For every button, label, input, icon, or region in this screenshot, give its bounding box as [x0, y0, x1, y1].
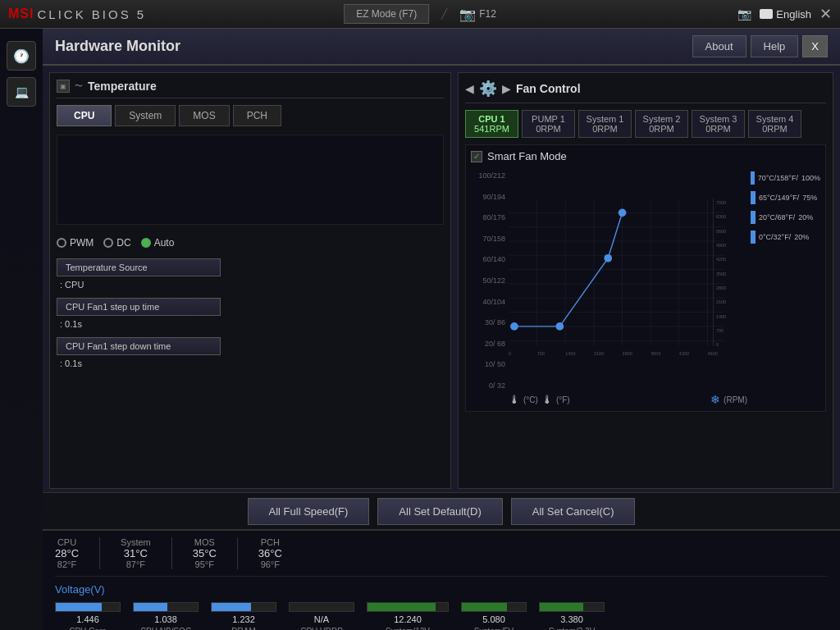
all-set-default-button[interactable]: All Set Default(D) — [377, 498, 502, 525]
svg-text:1400: 1400 — [716, 314, 726, 319]
fan-system4-button[interactable]: System 4 0RPM — [748, 110, 801, 138]
svg-text:2800: 2800 — [716, 285, 726, 290]
sidebar-cpu-icon[interactable]: 💻 — [7, 77, 36, 107]
voltage-cpu-nb-soc: 1.038 CPU NB/SOC — [133, 602, 199, 630]
svg-text:1400: 1400 — [565, 351, 575, 356]
all-full-speed-button[interactable]: All Full Speed(F) — [248, 498, 370, 525]
left-sidebar: 🕐 💻 — [0, 29, 43, 630]
temp-source-button[interactable]: Temperature Source — [57, 258, 221, 276]
voltage-dram: 1.232 DRAM — [211, 602, 276, 630]
step-down-value: : 0.1s — [57, 358, 444, 368]
step-down-button[interactable]: CPU Fan1 step down time — [57, 337, 221, 355]
svg-text:5600: 5600 — [716, 229, 726, 234]
lang-label: English — [776, 8, 811, 21]
bios-title: CLICK BIOS 5 — [37, 7, 146, 21]
svg-text:4200: 4200 — [679, 351, 689, 356]
screenshot-icon-button[interactable]: 📷 — [737, 7, 751, 21]
svg-text:2800: 2800 — [623, 351, 632, 356]
voltage-system-12v: 12.240 System/12V — [367, 602, 449, 630]
temp-pch-reading: PCH 36°C 96°F — [238, 537, 303, 569]
fan-control-title: Fan Control — [516, 82, 581, 95]
svg-text:2100: 2100 — [716, 299, 726, 304]
fan-system2-button[interactable]: System 2 0RPM — [635, 110, 688, 138]
language-button[interactable]: English — [760, 8, 811, 21]
temp-mos-reading: MOS 35°C 95°F — [172, 537, 238, 569]
svg-text:700: 700 — [537, 351, 545, 356]
pwm-label: PWM — [70, 237, 94, 249]
sidebar-clock-icon[interactable]: 🕐 — [7, 41, 36, 71]
fan-system3-button[interactable]: System 3 0RPM — [692, 110, 745, 138]
svg-text:4900: 4900 — [708, 351, 718, 356]
fan-pump1-button[interactable]: PUMP 1 0RPM — [522, 110, 575, 138]
about-button[interactable]: About — [692, 35, 746, 57]
temp-source-value: : CPU — [57, 280, 444, 290]
auto-radio[interactable]: Auto — [141, 237, 175, 249]
f12-button[interactable]: 📷 F12 — [459, 7, 496, 22]
smart-fan-mode-label: Smart Fan Mode — [487, 150, 567, 162]
top-bar: msi CLICK BIOS 5 EZ Mode (F7) ╱ 📷 F12 📷 … — [0, 0, 840, 29]
f12-label: F12 — [479, 8, 496, 20]
dc-radio[interactable]: DC — [103, 237, 130, 249]
svg-text:4200: 4200 — [716, 257, 726, 262]
fan-curve-point-2 — [556, 322, 564, 331]
step-up-value: : 0.1s — [57, 319, 444, 329]
msi-logo: msi — [8, 7, 34, 21]
voltage-title[interactable]: Voltage(V) — [55, 583, 828, 596]
fan-cpu1-button[interactable]: CPU 1 541RPM — [465, 110, 518, 138]
pwm-radio[interactable]: PWM — [57, 237, 94, 249]
voltage-system-33v: 3.380 System/3.3V — [539, 602, 605, 630]
voltage-system-5v: 5.080 System/5V — [461, 602, 527, 630]
hardware-monitor-title: Hardware Monitor — [55, 38, 688, 55]
fan-curve-point-4 — [619, 208, 627, 217]
all-set-cancel-button[interactable]: All Set Cancel(C) — [511, 498, 636, 525]
svg-text:2100: 2100 — [594, 351, 604, 356]
temp-tab-system[interactable]: System — [115, 105, 176, 126]
auto-label: Auto — [154, 237, 175, 249]
ez-mode-button[interactable]: EZ Mode (F7) — [344, 4, 429, 24]
temp-tab-cpu[interactable]: CPU — [57, 105, 112, 126]
temperature-section-title: Temperature — [88, 80, 157, 93]
fan-system1-button[interactable]: System 1 0RPM — [578, 110, 632, 138]
svg-text:0: 0 — [509, 351, 511, 356]
svg-text:7000: 7000 — [716, 200, 726, 205]
voltage-cpu-core: 1.446 CPU Core — [55, 602, 121, 630]
temp-tab-pch[interactable]: PCH — [233, 105, 281, 126]
fan-curve-point-1 — [510, 322, 518, 331]
svg-text:700: 700 — [716, 328, 724, 333]
step-up-button[interactable]: CPU Fan1 step up time — [57, 298, 221, 316]
voltage-cpu-vddp: N/A CPU VDDP — [289, 602, 354, 630]
svg-text:6300: 6300 — [716, 214, 726, 219]
hw-monitor-close-button[interactable]: X — [802, 35, 828, 57]
temp-cpu-reading: CPU 28°C 82°F — [55, 537, 100, 569]
svg-text:0: 0 — [716, 342, 719, 347]
temp-system-reading: System 31°C 87°F — [100, 537, 172, 569]
temp-tab-mos[interactable]: MOS — [179, 105, 229, 126]
svg-text:3500: 3500 — [716, 272, 726, 276]
fan-nav-left[interactable]: ◀ — [465, 82, 474, 95]
svg-text:3500: 3500 — [651, 351, 660, 356]
dc-label: DC — [116, 237, 130, 249]
fan-curve-point-3 — [604, 254, 612, 262]
fan-nav-right[interactable]: ▶ — [502, 82, 511, 95]
svg-text:4900: 4900 — [716, 243, 726, 248]
help-button[interactable]: Help — [751, 35, 799, 57]
topbar-close-button[interactable]: ✕ — [819, 5, 832, 23]
